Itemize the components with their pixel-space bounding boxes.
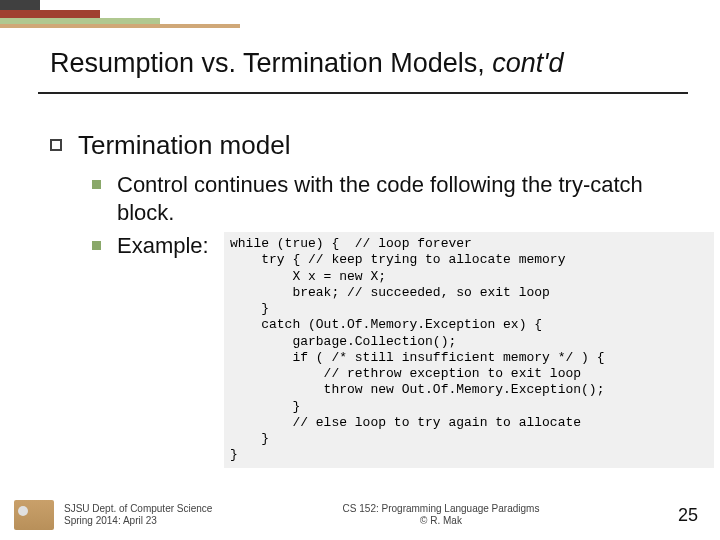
slide-title: Resumption vs. Termination Models, cont'… xyxy=(50,48,680,79)
lvl2-text: Control continues with the code followin… xyxy=(117,171,690,226)
square-fill-icon xyxy=(92,241,101,250)
square-fill-icon xyxy=(92,180,101,189)
square-open-icon xyxy=(50,139,62,151)
footer-left: SJSU Dept. of Computer Science Spring 20… xyxy=(64,503,244,527)
decor-stripe xyxy=(0,0,40,10)
lvl1-text: Termination model xyxy=(78,130,290,161)
lvl2-text: Example: xyxy=(117,232,209,260)
footer: SJSU Dept. of Computer Science Spring 20… xyxy=(0,500,720,530)
footer-dept: SJSU Dept. of Computer Science xyxy=(64,503,244,515)
footer-date: Spring 2014: April 23 xyxy=(64,515,244,527)
footer-center: CS 152: Programming Language Paradigms ©… xyxy=(244,503,638,527)
slide: Resumption vs. Termination Models, cont'… xyxy=(0,0,720,540)
title-main: Resumption vs. Termination Models, xyxy=(50,48,492,78)
page-number: 25 xyxy=(638,505,698,526)
bullet-level2: Control continues with the code followin… xyxy=(92,171,690,226)
sjsu-logo-icon xyxy=(14,500,54,530)
footer-copyright: © R. Mak xyxy=(244,515,638,527)
code-block: while (true) { // loop forever try { // … xyxy=(224,232,714,468)
decor-stripe xyxy=(0,24,240,28)
decor-stripe xyxy=(0,10,100,18)
title-underline xyxy=(38,92,688,94)
title-contd: cont'd xyxy=(492,48,563,78)
footer-course: CS 152: Programming Language Paradigms xyxy=(244,503,638,515)
bullet-level1: Termination model xyxy=(50,130,690,161)
